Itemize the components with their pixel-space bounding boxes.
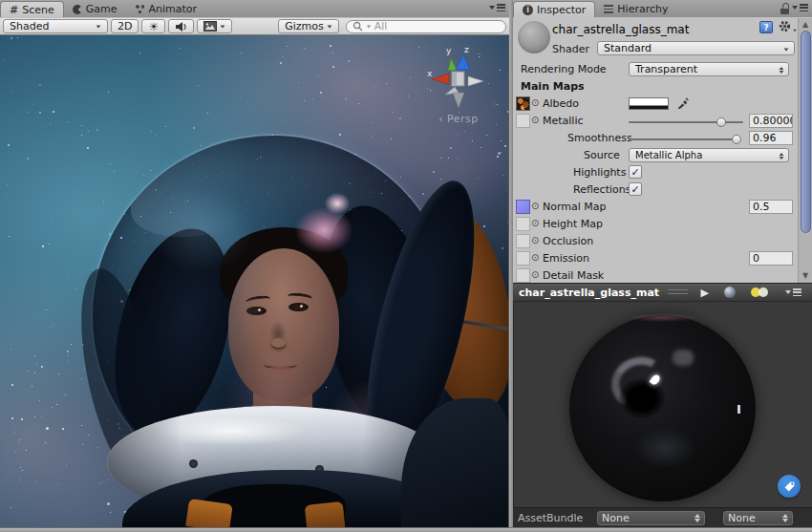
rendering-mode-dropdown[interactable]: Transparent xyxy=(629,62,789,76)
material-name: char_astrella_glass_mat xyxy=(552,23,689,36)
chevron-down-icon xyxy=(367,25,371,28)
shaded-dropdown[interactable]: Shaded xyxy=(3,19,108,33)
preview-play-button[interactable]: ▶ xyxy=(696,285,714,300)
scene-orientation-gizmo[interactable]: x y z ‹ Persp xyxy=(422,45,495,125)
reflections-checkbox[interactable]: ✓ xyxy=(629,182,642,196)
scene-viewport[interactable]: x y z ‹ Persp xyxy=(0,35,509,527)
material-header: char_astrella_glass_mat ? Shader Standar… xyxy=(513,17,798,59)
source-row: Source Metallic Alpha xyxy=(513,147,798,164)
normal-map-value-field[interactable]: 0.5 xyxy=(749,200,793,214)
metallic-row: ⊙ Metallic 0.800000 xyxy=(513,113,798,130)
material-preview-panel: char_astrella_glass_mat ▶ xyxy=(513,283,812,527)
tab-hierarchy-label: Hierarchy xyxy=(617,3,668,15)
texture-target-icon[interactable]: ⊙ xyxy=(531,218,539,228)
texture-target-icon[interactable]: ⊙ xyxy=(531,97,539,108)
scrollbar-down-arrow[interactable]: ▼ xyxy=(799,269,812,282)
inspector-scrollbar[interactable]: ▲ ▼ xyxy=(798,18,812,283)
tab-scene[interactable]: # Scene xyxy=(0,1,64,17)
rendering-mode-row: Rendering Mode Transparent xyxy=(513,61,798,78)
search-icon xyxy=(353,21,363,32)
detail-mask-thumbnail[interactable] xyxy=(516,268,530,283)
normal-map-row: ⊙ Normal Map 0.5 xyxy=(513,199,798,216)
lighting-toggle-button[interactable]: ☀ xyxy=(141,19,165,33)
inspector-panel: i Inspector Hierarchy char_astrella_gla xyxy=(513,0,812,527)
asset-bundle-variant-dropdown[interactable]: None xyxy=(723,511,793,525)
axis-y-label: y xyxy=(446,46,452,55)
texture-target-icon[interactable]: ⊙ xyxy=(531,115,539,125)
tag-icon xyxy=(783,480,796,493)
hierarchy-icon xyxy=(604,5,613,13)
scene-panel-menu-icon[interactable] xyxy=(489,4,505,11)
check-icon: ✓ xyxy=(630,167,639,178)
help-icon[interactable]: ? xyxy=(759,21,773,33)
asset-bundle-row: AssetBundle None None xyxy=(513,507,812,527)
speaker-icon xyxy=(175,21,187,32)
sphere-icon xyxy=(724,287,736,298)
inspector-icon: i xyxy=(523,5,533,15)
perspective-mode-label[interactable]: ‹ Persp xyxy=(422,113,495,125)
texture-target-icon[interactable]: ⊙ xyxy=(531,269,539,280)
audio-toggle-button[interactable] xyxy=(168,19,194,33)
preview-viewport[interactable] xyxy=(513,302,812,507)
texture-target-icon[interactable]: ⊙ xyxy=(531,201,539,211)
lights-icon xyxy=(751,287,770,298)
preview-material-sphere xyxy=(569,315,756,501)
preview-lighting-button[interactable] xyxy=(746,285,775,300)
texture-target-icon[interactable]: ⊙ xyxy=(531,235,539,245)
scene-search-input[interactable]: All xyxy=(346,20,506,33)
preview-drag-handle[interactable] xyxy=(668,289,687,295)
tab-animator[interactable]: Animator xyxy=(126,1,206,17)
emission-row: ⊙ Emission 0 xyxy=(513,250,798,267)
smoothness-slider[interactable] xyxy=(629,138,740,140)
height-map-row: ⊙ Height Map xyxy=(513,216,798,233)
scene-tabbar: # Scene Game Animator xyxy=(0,0,509,17)
tab-hierarchy[interactable]: Hierarchy xyxy=(595,1,676,17)
metallic-slider[interactable] xyxy=(629,121,743,123)
tab-game[interactable]: Game xyxy=(64,1,126,17)
scrollbar-thumb[interactable] xyxy=(801,31,811,233)
source-dropdown[interactable]: Metallic Alpha xyxy=(629,148,789,162)
normal-map-thumbnail[interactable] xyxy=(516,200,530,214)
albedo-texture-thumbnail[interactable] xyxy=(516,96,530,111)
preview-header[interactable]: char_astrella_glass_mat ▶ xyxy=(513,283,812,302)
tab-inspector[interactable]: i Inspector xyxy=(513,1,595,17)
smoothness-value-field[interactable]: 0.96 xyxy=(749,131,793,145)
emission-thumbnail[interactable] xyxy=(516,251,530,266)
metallic-texture-thumbnail[interactable] xyxy=(516,114,530,128)
metallic-value-field[interactable]: 0.800000 xyxy=(749,114,793,128)
occlusion-thumbnail[interactable] xyxy=(516,234,530,248)
main-maps-header-row: Main Maps xyxy=(513,78,798,96)
asset-labels-button[interactable] xyxy=(778,475,801,498)
asset-bundle-dropdown[interactable]: None xyxy=(597,511,705,525)
metallic-slider-knob[interactable] xyxy=(716,117,726,127)
inspector-tabbar: i Inspector Hierarchy xyxy=(513,0,812,17)
chevron-down-icon xyxy=(96,25,101,28)
shader-label: Shader xyxy=(552,43,589,55)
gear-icon[interactable] xyxy=(779,20,798,32)
unity-editor-window: # Scene Game Animator Shaded xyxy=(0,0,812,532)
effects-dropdown-button[interactable] xyxy=(197,19,232,33)
scrollbar-up-arrow[interactable]: ▲ xyxy=(799,18,812,31)
scene-grid-icon: # xyxy=(10,4,18,16)
preview-shape-button[interactable] xyxy=(719,285,740,300)
axis-cones xyxy=(432,54,483,108)
inspector-panel-menu-icon[interactable] xyxy=(792,4,808,11)
albedo-color-swatch[interactable] xyxy=(629,97,669,110)
preview-menu-icon[interactable] xyxy=(780,285,806,300)
shaded-dropdown-label: Shaded xyxy=(10,20,49,32)
texture-target-icon[interactable]: ⊙ xyxy=(531,252,539,263)
albedo-row: ⊙ Albedo xyxy=(513,96,798,113)
gizmos-dropdown[interactable]: Gizmos xyxy=(278,19,339,33)
toggle-2d-button[interactable]: 2D xyxy=(111,19,139,33)
eyedropper-icon[interactable] xyxy=(677,97,689,112)
axis-x-label: x xyxy=(427,69,433,78)
inspector-scroll-area: char_astrella_glass_mat ? Shader Standar… xyxy=(513,17,812,283)
shader-dropdown[interactable]: Standard xyxy=(597,41,795,55)
emission-value-field[interactable]: 0 xyxy=(749,251,793,266)
smoothness-slider-knob[interactable] xyxy=(732,135,741,144)
lock-icon[interactable] xyxy=(779,3,791,15)
suit-orange-strap-right xyxy=(305,501,346,527)
height-map-thumbnail[interactable] xyxy=(516,217,530,231)
tab-scene-label: Scene xyxy=(22,4,54,16)
highlights-checkbox[interactable]: ✓ xyxy=(629,165,642,179)
